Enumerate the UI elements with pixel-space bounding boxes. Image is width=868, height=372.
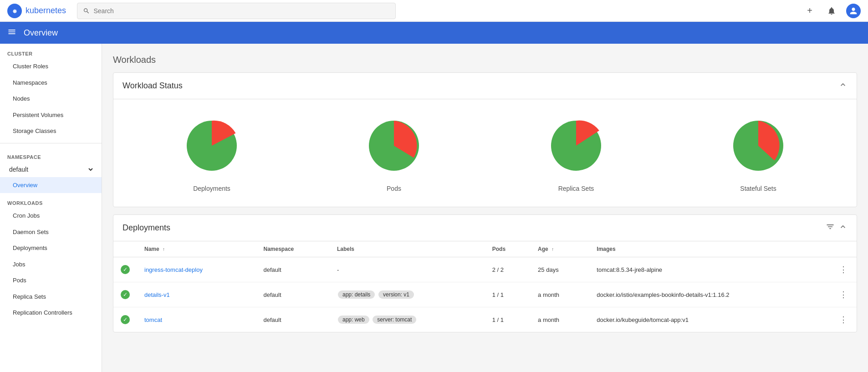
- col-images-header: Images: [589, 241, 830, 257]
- age-sort-icon: ↑: [551, 247, 554, 252]
- page-title: Workloads: [113, 55, 857, 65]
- sidebar-item-nodes[interactable]: Nodes: [0, 91, 102, 107]
- col-namespace-header: Namespace: [256, 241, 330, 257]
- sidebar-item-pods[interactable]: Pods: [0, 272, 102, 289]
- sidebar-item-replication-controllers[interactable]: Replication Controllers: [0, 305, 102, 321]
- label-badge-server-tomcat: server: tomcat: [373, 316, 416, 324]
- replica-sets-chart-label: Replica Sets: [558, 185, 594, 192]
- status-ok-icon: ✓: [121, 265, 130, 274]
- col-pods-header: Pods: [485, 241, 531, 257]
- replica-sets-pie-chart: [544, 114, 608, 178]
- namespace-dropdown[interactable]: default: [7, 165, 94, 173]
- sidebar-item-deployments[interactable]: Deployments: [0, 240, 102, 256]
- workloads-section-title: Workloads: [0, 193, 102, 208]
- deployments-chart-label: Deployments: [193, 185, 230, 192]
- row-menu-button-details[interactable]: ⋮: [837, 288, 849, 301]
- sidebar-item-overview[interactable]: Overview: [0, 177, 102, 194]
- table-row: ✓ tomcat default app: web server: tomcat…: [113, 307, 857, 332]
- pods-chart-item: Pods: [362, 114, 426, 192]
- bell-icon: [827, 6, 836, 15]
- age-cell-tomcat: a month: [531, 307, 589, 332]
- workload-status-collapse-button[interactable]: [838, 80, 848, 92]
- age-cell-details: a month: [531, 282, 589, 307]
- deployments-table-header: Deployments: [113, 215, 857, 241]
- brand-logo[interactable]: ⎈ kubernetes: [7, 4, 66, 18]
- status-ok-icon: ✓: [121, 315, 130, 324]
- top-nav: ⎈ kubernetes +: [0, 0, 868, 22]
- status-cell-tomcat: ✓: [113, 307, 137, 332]
- actions-cell-ingress: ⋮: [830, 257, 857, 282]
- deployments-card: Deployments: [113, 214, 857, 332]
- table-header-row: Name ↑ Namespace Labels Pods Age ↑ Image…: [113, 241, 857, 257]
- workload-status-card: Workload Status Deployments: [113, 72, 857, 207]
- deployments-table-title: Deployments: [123, 223, 170, 233]
- sidebar-item-replica-sets[interactable]: Replica Sets: [0, 289, 102, 305]
- actions-cell-tomcat: ⋮: [830, 307, 857, 332]
- name-cell-ingress: ingress-tomcat-deploy: [137, 257, 256, 282]
- deployments-table: Name ↑ Namespace Labels Pods Age ↑ Image…: [113, 241, 857, 332]
- table-row: ✓ ingress-tomcat-deploy default - 2 / 2 …: [113, 257, 857, 282]
- pods-cell-details: 1 / 1: [485, 282, 531, 307]
- cluster-section-title: Cluster: [0, 44, 102, 58]
- images-cell-details: docker.io/istio/examples-bookinfo-detail…: [589, 282, 830, 307]
- main-content: Workloads Workload Status: [102, 44, 868, 372]
- labels-cell-tomcat: app: web server: tomcat: [330, 307, 485, 332]
- label-badge-app-details: app: details: [338, 290, 375, 299]
- notifications-button[interactable]: [824, 4, 839, 18]
- stateful-sets-pie-chart: [726, 114, 790, 178]
- col-name-header[interactable]: Name ↑: [137, 241, 256, 257]
- sidebar-item-cluster-roles[interactable]: Cluster Roles: [0, 58, 102, 75]
- namespace-selector[interactable]: default: [0, 162, 102, 177]
- namespace-cell-tomcat: default: [256, 307, 330, 332]
- status-cell-details: ✓: [113, 282, 137, 307]
- workload-status-header: Workload Status: [113, 73, 857, 99]
- col-age-header[interactable]: Age ↑: [531, 241, 589, 257]
- status-ok-icon: ✓: [121, 290, 130, 299]
- svg-text:⎈: ⎈: [13, 7, 17, 15]
- user-avatar-button[interactable]: [846, 4, 861, 18]
- brand-name: kubernetes: [26, 6, 66, 15]
- sidebar-item-cron-jobs[interactable]: Cron Jobs: [0, 208, 102, 224]
- sidebar-item-jobs[interactable]: Jobs: [0, 256, 102, 273]
- deployments-collapse-icon: [838, 222, 848, 231]
- table-row: ✓ details-v1 default app: details versio…: [113, 282, 857, 307]
- deployment-name-link-tomcat[interactable]: tomcat: [144, 316, 162, 323]
- main-layout: Cluster Cluster Roles Namespaces Nodes P…: [0, 44, 868, 372]
- name-cell-tomcat: tomcat: [137, 307, 256, 332]
- pods-cell-tomcat: 1 / 1: [485, 307, 531, 332]
- images-cell-tomcat: docker.io/kubeguide/tomcat-app:v1: [589, 307, 830, 332]
- status-cell-ingress: ✓: [113, 257, 137, 282]
- sidebar-item-persistent-volumes[interactable]: Persistent Volumes: [0, 107, 102, 123]
- pods-chart-label: Pods: [387, 185, 401, 192]
- row-menu-button-ingress[interactable]: ⋮: [837, 263, 849, 276]
- name-cell-details: details-v1: [137, 282, 256, 307]
- collapse-icon: [838, 80, 848, 89]
- row-menu-button-tomcat[interactable]: ⋮: [837, 313, 849, 326]
- stateful-sets-chart-item: Stateful Sets: [726, 114, 790, 192]
- sidebar-item-daemon-sets[interactable]: Daemon Sets: [0, 224, 102, 240]
- table-body: ✓ ingress-tomcat-deploy default - 2 / 2 …: [113, 257, 857, 332]
- sub-nav: Overview: [0, 22, 868, 44]
- filter-button[interactable]: [826, 222, 835, 234]
- labels-cell-ingress: -: [330, 257, 485, 282]
- name-sort-icon: ↑: [163, 247, 165, 252]
- deployment-name-link-details[interactable]: details-v1: [144, 291, 170, 298]
- deployment-name-link-ingress[interactable]: ingress-tomcat-deploy: [144, 266, 203, 273]
- search-bar: [77, 3, 396, 19]
- hamburger-button[interactable]: [7, 27, 16, 39]
- namespace-cell-ingress: default: [256, 257, 330, 282]
- sidebar-item-namespaces[interactable]: Namespaces: [0, 75, 102, 91]
- stateful-sets-chart-label: Stateful Sets: [740, 185, 776, 192]
- deployments-chart-item: Deployments: [180, 114, 244, 192]
- deployments-collapse-button[interactable]: [838, 222, 848, 234]
- pods-pie-chart: [362, 114, 426, 178]
- page-header-title: Overview: [24, 28, 58, 38]
- search-input[interactable]: [94, 7, 390, 15]
- add-button[interactable]: +: [802, 4, 817, 18]
- age-cell-ingress: 25 days: [531, 257, 589, 282]
- col-status: [113, 241, 137, 257]
- hamburger-icon: [7, 27, 16, 36]
- col-labels-header: Labels: [330, 241, 485, 257]
- label-badge-app-web: app: web: [338, 316, 369, 324]
- sidebar-item-storage-classes[interactable]: Storage Classes: [0, 123, 102, 139]
